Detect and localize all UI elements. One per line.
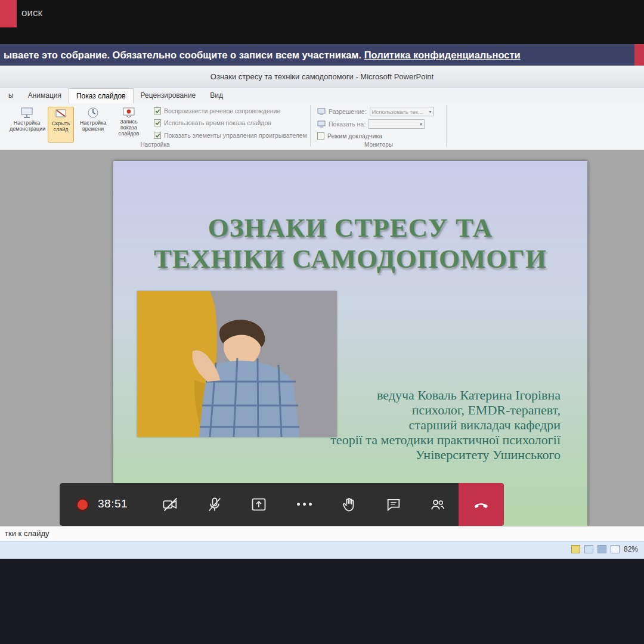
checkbox-checked-icon: [154, 107, 161, 114]
meeting-timer: 38:51: [98, 497, 128, 510]
slide-title-line1: ОЗНАКИ СТРЕСУ ТА: [113, 212, 587, 243]
zoom-level[interactable]: 82%: [624, 545, 638, 553]
recording-banner: ываете это собрание. Обязательно сообщит…: [0, 44, 644, 66]
more-options-button[interactable]: [297, 503, 312, 506]
presenter-view-label: Режим докладчика: [327, 132, 382, 140]
checkbox-show-media-controls[interactable]: Показать элементы управления проигрывате…: [154, 132, 307, 139]
record-slideshow-label: Запись показа слайдов: [119, 119, 140, 137]
show-on-dropdown[interactable]: ▾: [369, 119, 425, 129]
rehearse-timings-label: Настройка времени: [80, 120, 106, 132]
tab-animation[interactable]: Анимация: [21, 88, 69, 103]
participants-button[interactable]: [429, 496, 446, 513]
slide-body-line: Університету Ушинського: [330, 447, 561, 462]
record-slideshow-button[interactable]: Запись показа слайдов: [111, 107, 147, 137]
setup-show-icon: [20, 107, 33, 119]
top-app-bar: оиск: [0, 0, 644, 44]
view-normal-icon[interactable]: [571, 545, 580, 553]
view-sorter-icon[interactable]: [584, 545, 593, 553]
slide[interactable]: ОЗНАКИ СТРЕСУ ТА ТЕХНІКИ САМОДОПОМОГИ ве…: [113, 161, 587, 526]
tab-transitions-cut[interactable]: ы: [1, 88, 21, 103]
show-on-row: Показать на: ▾: [317, 119, 425, 129]
slide-body-line: психолог, EMDR-терапевт,: [330, 402, 561, 417]
slide-body-line: теорії та методики практичної психології: [330, 432, 561, 447]
checkbox-use-timings[interactable]: Использовать время показа слайдов: [154, 119, 271, 126]
notes-placeholder: тки к слайду: [5, 529, 644, 538]
setup-show-button[interactable]: Настройка демонстрации: [10, 107, 44, 132]
resolution-row: Разрешение: Использовать тек... ▾: [317, 107, 434, 116]
raise-hand-button[interactable]: [341, 496, 358, 513]
chat-button[interactable]: [385, 496, 402, 513]
setup-show-label: Настройка демонстрации: [10, 120, 45, 132]
checkbox-use-timings-label: Использовать время показа слайдов: [164, 119, 271, 126]
camera-off-button[interactable]: [162, 496, 179, 513]
checkbox-unchecked-icon: [317, 132, 324, 140]
recording-banner-text: ываете это собрание. Обязательно сообщит…: [4, 49, 364, 60]
checkbox-checked-icon: [154, 119, 161, 126]
ppt-status-bar: 82%: [0, 541, 644, 559]
hide-slide-icon: [55, 109, 67, 119]
privacy-policy-link[interactable]: Политика конфиденциальности: [364, 49, 521, 60]
chevron-down-icon: ▾: [429, 109, 432, 114]
share-screen-button[interactable]: [250, 496, 267, 513]
view-slideshow-icon[interactable]: [611, 545, 620, 553]
hang-up-icon: [472, 496, 490, 513]
powerpoint-titlebar: Ознаки стресу та техніки самодопомоги - …: [0, 66, 644, 88]
checkbox-show-media-controls-label: Показать элементы управления проигрывате…: [164, 132, 307, 139]
checkbox-play-narration-label: Воспроизвести речевое сопровождение: [164, 107, 280, 114]
resolution-dropdown[interactable]: Использовать тек... ▾: [370, 107, 434, 116]
slide-body-text: ведуча Коваль Катерина Ігорівна психолог…: [330, 388, 561, 462]
slide-title-line2: ТЕХНІКИ САМОДОПОМОГИ: [113, 243, 587, 274]
rehearse-timings-button[interactable]: Настройка времени: [78, 107, 109, 132]
meeting-control-bar: 38:51: [60, 483, 504, 526]
slide-body-line: старший викладач кафедри: [330, 417, 561, 432]
slide-body-line: ведуча Коваль Катерина Ігорівна: [330, 388, 561, 402]
ribbon-group-separator: [446, 105, 447, 147]
show-on-label: Показать на:: [329, 120, 366, 128]
resolution-label: Разрешение:: [329, 108, 367, 115]
show-on-icon: [317, 120, 326, 128]
participants-strip: НЧ МВ ЗО Зайченко Наталя Ол... Коваль Ка…: [0, 559, 644, 644]
recording-dot-icon: [78, 500, 88, 510]
mic-off-button[interactable]: [206, 496, 223, 513]
checkbox-presenter-view[interactable]: Режим докладчика: [317, 132, 382, 140]
tab-slideshow[interactable]: Показ слайдов: [69, 88, 134, 103]
ribbon: Настройка демонстрации Скрыть слайд Наст…: [0, 103, 644, 150]
checkbox-checked-icon: [154, 132, 161, 139]
tab-review[interactable]: Рецензирование: [134, 88, 203, 103]
resolution-value: Использовать тек...: [372, 109, 423, 115]
notes-pane[interactable]: тки к слайду: [0, 526, 644, 541]
hang-up-button[interactable]: [459, 483, 504, 526]
ribbon-tab-row: ы Анимация Показ слайдов Рецензирование …: [0, 88, 644, 103]
window-title: Ознаки стресу та техніки самодопомоги - …: [0, 66, 644, 88]
group-label-monitors: Мониторы: [310, 141, 447, 148]
recording-indicator-block: [0, 0, 17, 27]
chevron-down-icon: ▾: [420, 122, 422, 127]
record-slideshow-icon: [122, 107, 135, 117]
resolution-icon: [317, 108, 326, 115]
checkbox-play-narration[interactable]: Воспроизвести речевое сопровождение: [154, 107, 280, 114]
hide-slide-button[interactable]: Скрыть слайд: [48, 107, 74, 143]
hide-slide-label: Скрыть слайд: [52, 120, 70, 132]
view-reading-icon[interactable]: [597, 545, 606, 553]
rehearse-timings-icon: [87, 107, 99, 119]
ribbon-group-separator: [310, 105, 311, 147]
mother-child-photo: [137, 291, 337, 437]
banner-close-block[interactable]: [634, 44, 644, 66]
tab-view[interactable]: Вид: [203, 88, 230, 103]
search-label[interactable]: оиск: [21, 7, 42, 19]
group-label-setup: Настройка: [0, 141, 310, 148]
